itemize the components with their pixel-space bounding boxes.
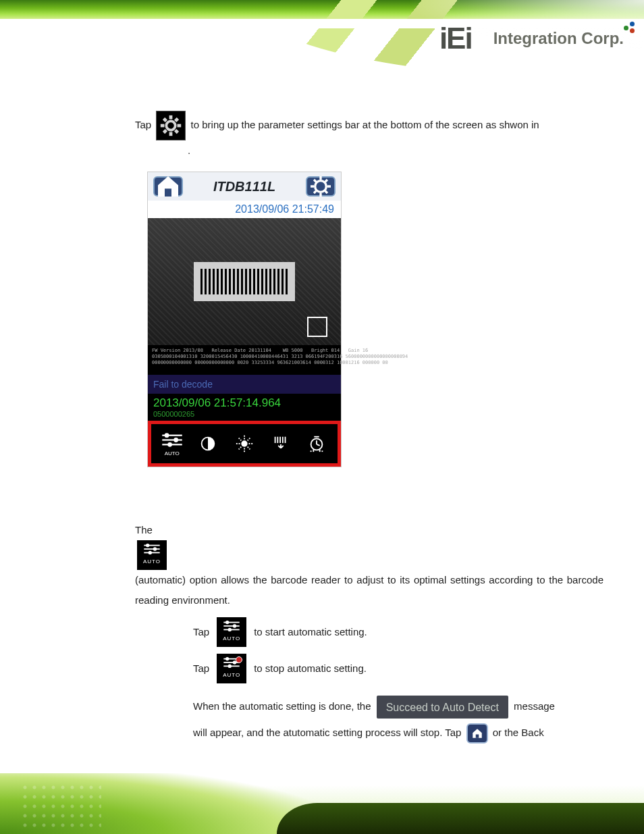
svg-point-0 — [167, 121, 176, 130]
auto-sliders-stop-icon: AUTO — [217, 654, 246, 683]
shot-timestamp: 2013/09/06 21:57:49 — [148, 201, 341, 218]
toolbar-auto-icon: AUTO — [159, 431, 185, 457]
shot-camera-view — [148, 218, 341, 345]
shot-metadata: FW Version 2013/08 Release Date 20131104… — [148, 345, 341, 375]
shot-header-bar: ITDB111L — [148, 172, 341, 201]
svg-line-23 — [239, 438, 242, 441]
svg-point-45 — [149, 552, 152, 554]
logo-mark: iEi — [439, 22, 472, 55]
figure-screenshot: ITDB111L 2013/09/06 21:57:49 FW Version … — [147, 172, 342, 467]
svg-point-51 — [229, 629, 232, 631]
svg-rect-58 — [475, 735, 479, 738]
gear-icon — [156, 111, 186, 140]
shot-parameter-toolbar: AUTO — [148, 421, 341, 467]
text: When the automatic setting is done, the — [193, 700, 374, 712]
steps-list: Tap AUTO to start automatic setting. Tap… — [193, 617, 603, 746]
text: (automatic) option allows the barcode re… — [135, 574, 603, 606]
svg-line-24 — [248, 447, 250, 450]
succeed-auto-detect-badge: Succeed to Auto Detect — [377, 696, 508, 719]
shot-title: ITDB111L — [183, 179, 306, 194]
text: will appear, and the atutomatic setting … — [193, 727, 464, 738]
text: The — [135, 524, 153, 536]
toolbar-contrast-icon — [195, 431, 221, 457]
svg-point-56 — [234, 662, 236, 664]
paragraph-2: The AUTO (automatic) option allows the b… — [135, 520, 603, 610]
logo-tagline: Integration Corp. — [493, 29, 624, 48]
shot-success-time: 2013/09/06 21:57:14.964 — [153, 396, 336, 410]
svg-line-25 — [248, 438, 250, 441]
svg-point-43 — [146, 544, 149, 547]
svg-point-57 — [229, 665, 232, 668]
text: or the Back — [493, 727, 544, 738]
svg-point-50 — [234, 625, 236, 628]
svg-point-14 — [165, 434, 169, 438]
text: Tap — [193, 658, 209, 679]
svg-line-7 — [176, 119, 178, 122]
paragraph-1: Tap to bring up the parameter settings b… — [135, 111, 603, 140]
auto-icon-label: AUTO — [223, 670, 240, 681]
auto-icon-label: AUTO — [143, 556, 161, 567]
fullscreen-icon — [307, 317, 327, 337]
step-3: When the automatic setting is done, the … — [193, 693, 603, 746]
stop-dot-icon — [236, 656, 242, 663]
shot-success-code: 0500000265 — [153, 410, 336, 418]
svg-point-15 — [174, 439, 178, 442]
svg-line-6 — [176, 130, 178, 133]
step-1: Tap AUTO to start automatic setting. — [193, 617, 603, 647]
toolbar-timer-icon — [304, 431, 329, 457]
brand-logo: iEi Integration Corp. — [439, 22, 624, 55]
toolbar-brightness-icon — [232, 431, 257, 457]
text: message — [514, 700, 555, 712]
text: to bring up the parameter settings bar a… — [191, 119, 539, 130]
svg-rect-9 — [165, 188, 171, 197]
shot-fail-message: Fail to decode — [148, 375, 341, 394]
header-banner — [0, 0, 644, 20]
svg-line-8 — [164, 130, 167, 133]
svg-point-16 — [168, 443, 171, 446]
svg-line-26 — [239, 447, 242, 450]
svg-point-18 — [241, 441, 247, 447]
toolbar-auto-label: AUTO — [165, 450, 180, 457]
page-content: Tap to bring up the parameter settings b… — [0, 95, 644, 755]
svg-point-55 — [226, 658, 229, 660]
auto-sliders-icon: AUTO — [137, 540, 167, 570]
auto-icon-label: AUTO — [223, 633, 240, 644]
step-2: Tap AUTO to stop automatic setting. — [193, 654, 603, 683]
toolbar-width-icon — [268, 431, 294, 457]
footer-banner — [0, 773, 644, 834]
home-icon — [153, 176, 183, 197]
svg-point-44 — [154, 548, 157, 551]
paragraph-1-cont: . — [135, 140, 603, 161]
shot-success-block: 2013/09/06 21:57:14.964 0500000265 — [148, 394, 341, 421]
settings-chip-icon — [306, 176, 336, 197]
barcode-icon — [194, 262, 295, 301]
auto-sliders-icon: AUTO — [217, 617, 246, 647]
svg-point-49 — [226, 621, 229, 624]
logo-dots-icon — [624, 20, 636, 32]
svg-point-10 — [315, 181, 327, 192]
text: to start automatic setting. — [254, 622, 367, 642]
text: Tap — [135, 119, 154, 130]
home-icon — [466, 723, 488, 744]
text: . — [188, 145, 190, 156]
text: to stop automatic setting. — [254, 658, 367, 679]
svg-line-34 — [317, 444, 320, 446]
text: Tap — [193, 622, 209, 642]
svg-line-5 — [164, 119, 167, 122]
